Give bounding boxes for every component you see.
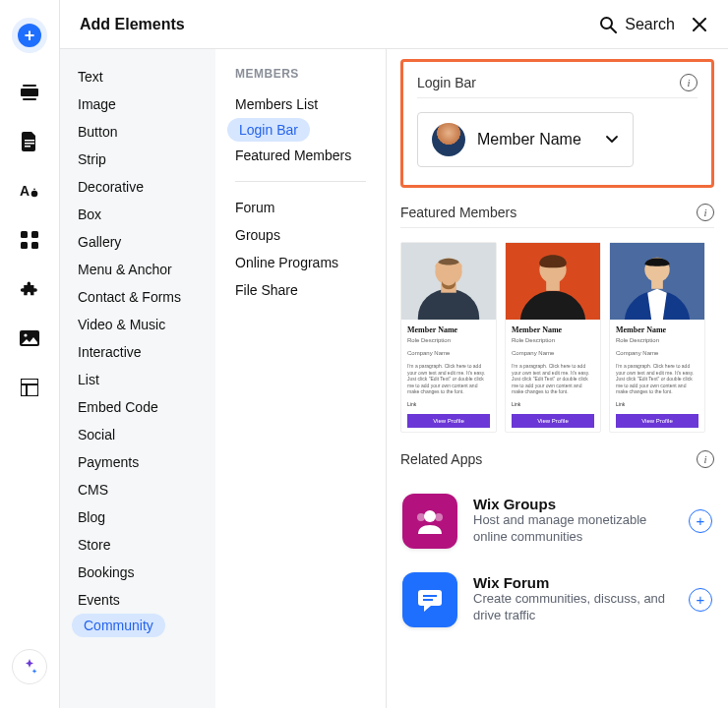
category-item[interactable]: Decorative [60,173,215,201]
category-item[interactable]: Blog [60,503,215,531]
category-item[interactable]: Embed Code [60,393,215,421]
svg-rect-32 [651,280,663,289]
subcategory-item[interactable]: Login Bar [227,118,310,142]
card-member-name: Member Name [512,325,594,334]
category-item[interactable]: Events [60,586,215,614]
subcategory-column: MEMBERS Members ListLogin BarFeatured Me… [215,49,387,708]
featured-member-card[interactable]: Member NameRole DescriptionCompany NameI… [400,242,497,433]
plus-icon: + [18,24,41,47]
featured-member-card[interactable]: Member NameRole DescriptionCompany NameI… [609,242,705,433]
card-view-profile-button: View Profile [512,414,594,428]
category-item[interactable]: CMS [60,476,215,503]
search-icon [599,16,617,33]
subcategory-item[interactable]: Featured Members [215,142,386,169]
card-member-role: Role Description [512,337,594,343]
svg-point-35 [435,513,443,521]
card-member-paragraph: I'm a paragraph. Click here to add your … [407,363,490,395]
info-icon[interactable]: i [697,204,714,221]
category-item[interactable]: Bookings [60,559,215,586]
card-view-profile-button: View Profile [407,414,490,428]
close-icon [693,18,706,31]
card-member-company: Company Name [616,350,698,356]
svg-rect-0 [21,88,38,96]
info-icon[interactable]: i [697,450,714,468]
category-item[interactable]: Video & Music [60,311,215,338]
content-column: Login Bar i Member Name Featured Membe [387,49,728,708]
card-member-name: Member Name [616,325,698,334]
subcategory-item[interactable]: Online Programs [215,249,386,276]
add-element-rail-button[interactable]: + [12,18,47,53]
category-item[interactable]: Text [60,63,215,90]
svg-text:A: A [20,183,30,199]
subcategory-item[interactable]: Groups [215,221,386,249]
svg-rect-5 [25,146,30,148]
svg-rect-37 [423,595,437,597]
category-item[interactable]: Contact & Forms [60,283,215,311]
card-member-name: Member Name [407,325,490,334]
category-item[interactable]: Interactive [60,338,215,366]
svg-rect-2 [23,98,36,100]
svg-rect-14 [21,379,38,396]
category-item[interactable]: Image [60,90,215,118]
search-button[interactable]: Search [599,16,675,33]
featured-member-card[interactable]: Member NameRole DescriptionCompany NameI… [505,242,601,433]
svg-rect-3 [25,140,34,142]
subcategory-divider [235,181,366,182]
card-member-role: Role Description [407,337,490,343]
close-button[interactable] [691,16,708,33]
related-app-row[interactable]: Wix Groups Host and manage monetizable o… [400,490,714,553]
svg-line-18 [611,28,616,32]
related-apps-title: Related Apps [400,451,697,467]
rail-icon-ai[interactable] [12,649,47,684]
featured-members-section: Featured Members i Member NameRole Descr… [400,204,714,433]
login-bar-preview[interactable]: Member Name [417,112,634,167]
rail-icon-page[interactable] [20,132,39,151]
panel-header: Add Elements Search [60,0,728,49]
login-bar-section-title: Login Bar [417,75,680,90]
svg-point-7 [31,191,38,198]
related-app-row[interactable]: Wix Forum Create communities, discuss, a… [400,568,714,631]
svg-rect-4 [25,143,34,145]
category-item[interactable]: Box [60,201,215,228]
info-icon[interactable]: i [680,74,698,91]
subcategory-item[interactable]: Forum [215,194,386,221]
category-item[interactable]: List [60,366,215,393]
svg-rect-36 [418,590,442,606]
card-member-paragraph: I'm a paragraph. Click here to add your … [616,363,698,395]
add-app-button[interactable]: + [689,588,712,612]
svg-rect-38 [423,599,433,601]
svg-rect-8 [21,231,28,238]
category-item[interactable]: Community [72,614,165,637]
app-desc: Create communities, discuss, and drive t… [473,591,673,624]
login-bar-highlight: Login Bar i Member Name [400,59,714,188]
rail-icon-design[interactable]: A [20,181,39,201]
app-desc: Host and manage monetizable online commu… [473,512,673,546]
subcategory-heading: MEMBERS [215,67,386,90]
rail-icon-data[interactable] [20,378,39,397]
rail-icon-puzzle[interactable] [20,279,39,299]
related-apps-section: Related Apps i Wix Groups Host and manag… [400,450,714,631]
category-item[interactable]: Menu & Anchor [60,256,215,283]
category-item[interactable]: Store [60,531,215,559]
rail-icon-media[interactable] [20,328,39,348]
category-item[interactable]: Gallery [60,228,215,256]
rail-icon-section[interactable] [20,83,39,102]
rail-icon-apps[interactable] [20,230,39,250]
card-member-link: Link [512,401,594,407]
card-member-role: Role Description [616,337,698,343]
category-item[interactable]: Payments [60,448,215,476]
svg-rect-1 [23,85,36,87]
category-item[interactable]: Social [60,421,215,448]
subcategory-item[interactable]: File Share [215,276,386,304]
subcategory-item[interactable]: Members List [215,90,386,118]
app-title: Wix Groups [473,496,673,512]
app-title: Wix Forum [473,574,673,591]
category-item[interactable]: Strip [60,146,215,173]
category-item[interactable]: Button [60,118,215,146]
category-column: TextImageButtonStripDecorativeBoxGallery… [60,49,215,708]
add-app-button[interactable]: + [689,509,712,533]
svg-rect-28 [546,281,560,291]
card-member-link: Link [616,401,698,407]
card-member-company: Company Name [407,350,490,356]
featured-members-title: Featured Members [400,205,697,220]
